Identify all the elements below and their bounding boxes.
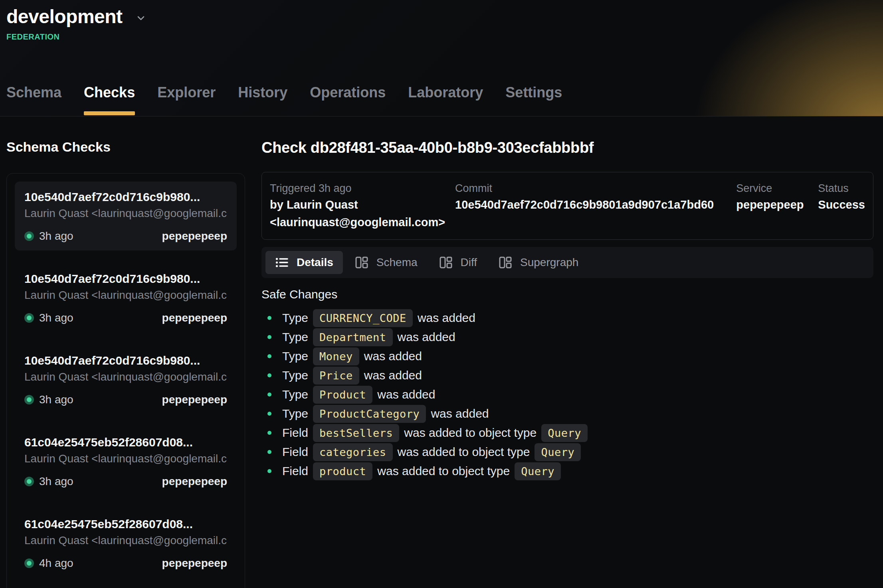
change-row: Type CURRENCY_CODE was added (261, 308, 873, 328)
detail-tab[interactable]: Supergraph (489, 251, 588, 274)
check-time: 4h ago (39, 557, 73, 570)
nav-tab[interactable]: Checks (84, 84, 135, 116)
change-code-chip: CURRENCY_CODE (313, 309, 413, 327)
change-row: Field categories was added to object typ… (261, 442, 873, 462)
check-time: 3h ago (39, 475, 73, 488)
change-row: Field product was added to object type Q… (261, 462, 873, 481)
check-author: Laurin Quast <laurinquast@googlemail.co.… (24, 207, 227, 220)
change-text: was added (364, 369, 422, 382)
change-text: was added (431, 407, 489, 420)
check-service: pepepepeep (162, 230, 227, 243)
nav-tab[interactable]: Schema (6, 84, 61, 116)
safe-changes-title: Safe Changes (261, 288, 873, 301)
list-icon (275, 256, 289, 269)
schema-checks-sidebar: Schema Checks 10e540d7aef72c0d716c9b980.… (0, 116, 245, 588)
nav-tab[interactable]: Operations (310, 84, 386, 116)
checks-list: 10e540d7aef72c0d716c9b980... Laurin Quas… (6, 173, 245, 588)
bullet-icon (267, 469, 271, 473)
check-meta: 3h ago pepepepeep (24, 475, 227, 488)
nav-tab[interactable]: History (238, 84, 287, 116)
change-kind: Type (282, 407, 308, 420)
header: development FEDERATION Schema Checks Exp… (0, 0, 883, 116)
check-service: pepepepeep (162, 475, 227, 488)
check-author: Laurin Quast <laurinquast@googlemail.co.… (24, 288, 227, 302)
changes-list: Type CURRENCY_CODE was added Type Depart… (261, 308, 873, 481)
change-kind: Field (282, 426, 308, 440)
change-kind: Type (282, 330, 308, 344)
change-code-chip: Department (313, 328, 393, 346)
summary-service: Service pepepepeep (736, 182, 818, 212)
change-target-chip: Query (535, 443, 581, 461)
app: development FEDERATION Schema Checks Exp… (0, 0, 883, 588)
nav-tab[interactable]: Laboratory (408, 84, 483, 116)
commit-label: Commit (455, 182, 736, 195)
change-kind: Type (282, 349, 308, 363)
bullet-icon (267, 431, 271, 435)
status-dot-icon (24, 395, 34, 404)
chevron-down-icon (135, 12, 147, 25)
change-kind: Type (282, 311, 308, 325)
check-id: 10e540d7aef72c0d716c9b980... (24, 353, 227, 368)
check-meta: 3h ago pepepepeep (24, 230, 227, 243)
check-service: pepepepeep (162, 393, 227, 406)
status-dot-icon (24, 558, 34, 568)
change-target-chip: Query (515, 462, 561, 480)
change-code-chip: ProductCategory (313, 405, 426, 423)
change-code-chip: Money (313, 347, 359, 365)
check-author: Laurin Quast <laurinquast@googlemail.co.… (24, 452, 227, 466)
change-row: Type ProductCategory was added (261, 404, 873, 423)
check-service: pepepepeep (162, 312, 227, 324)
change-row: Type Department was added (261, 328, 873, 347)
change-kind: Type (282, 388, 308, 401)
check-meta: 4h ago pepepepeep (24, 557, 227, 570)
change-text: was added (364, 349, 422, 363)
service-label: Service (736, 182, 818, 195)
check-card[interactable]: 10e540d7aef72c0d716c9b980... Laurin Quas… (15, 263, 237, 332)
detail-tab[interactable]: Diff (430, 251, 487, 274)
check-card[interactable]: 61c04e25475eb52f28607d08... Laurin Quast… (15, 509, 237, 578)
check-card[interactable]: 10e540d7aef72c0d716c9b980... Laurin Quas… (15, 182, 237, 251)
summary-commit: Commit 10e540d7aef72c0d716c9b9801a9d907c… (455, 182, 736, 212)
check-time: 3h ago (39, 230, 73, 243)
check-meta: 3h ago pepepepeep (24, 312, 227, 324)
bullet-icon (267, 393, 271, 397)
check-id: 61c04e25475eb52f28607d08... (24, 517, 227, 532)
change-row: Type Price was added (261, 366, 873, 385)
change-kind: Type (282, 369, 308, 382)
status-label: Status (818, 182, 865, 195)
change-text: was added (377, 388, 435, 401)
check-id: 61c04e25475eb52f28607d08... (24, 435, 227, 450)
check-author: Laurin Quast <laurinquast@googlemail.co.… (24, 534, 227, 547)
detail-tab-label: Schema (376, 256, 418, 269)
triggered-label: Triggered 3h ago (270, 182, 455, 195)
change-code-chip: bestSellers (313, 424, 399, 442)
change-text: was added (398, 330, 455, 344)
check-summary-box: Triggered 3h ago by Laurin Quast <laurin… (261, 172, 873, 240)
federation-badge: FEDERATION (6, 32, 883, 41)
change-row: Type Money was added (261, 347, 873, 366)
triggered-email: <laurinquast@googlemail.com> (270, 215, 455, 230)
bullet-icon (267, 316, 271, 320)
nav-tab[interactable]: Settings (505, 84, 562, 116)
sidebar-title: Schema Checks (6, 139, 245, 155)
columns-icon (439, 256, 453, 269)
nav-tab[interactable]: Explorer (157, 84, 216, 116)
check-author: Laurin Quast <laurinquast@googlemail.co.… (24, 370, 227, 384)
change-text: was added to object type (377, 464, 510, 478)
status-dot-icon (24, 231, 34, 241)
change-text: was added (418, 311, 475, 325)
commit-hash: 10e540d7aef72c0d716c9b9801a9d907c1a7bd60 (455, 197, 736, 212)
check-detail-panel: Check db28f481-35aa-40b0-b8b9-303ecfabbb… (245, 116, 883, 481)
detail-tabs: Details Schema (261, 247, 873, 278)
status-value: Success (818, 197, 865, 212)
project-switcher-button[interactable] (135, 12, 147, 25)
detail-tab[interactable]: Details (265, 251, 343, 274)
change-kind: Field (282, 445, 308, 459)
detail-tab[interactable]: Schema (345, 251, 427, 274)
bullet-icon (267, 354, 271, 358)
change-code-chip: product (313, 462, 372, 480)
check-card[interactable]: 10e540d7aef72c0d716c9b980... Laurin Quas… (15, 345, 237, 414)
change-code-chip: Price (313, 367, 359, 385)
bullet-icon (267, 450, 271, 454)
check-card[interactable]: 61c04e25475eb52f28607d08... Laurin Quast… (15, 427, 237, 496)
